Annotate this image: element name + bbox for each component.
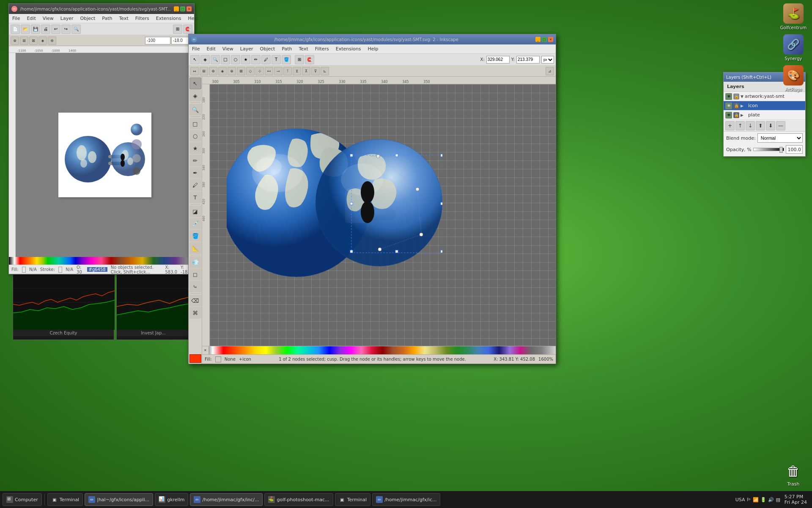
tool-connector[interactable]: ⤷ (189, 281, 201, 293)
menu-layer-back[interactable]: Layer (59, 15, 75, 22)
blend-mode-select[interactable]: Normal Multiply Screen Overlay (757, 133, 803, 143)
taskbar-item-terminal1[interactable]: ▣ Terminal (47, 493, 83, 506)
menu-file-back[interactable]: File (11, 15, 22, 22)
tool-dropper[interactable]: 💉 (189, 218, 201, 229)
layer-eye-plate[interactable]: 👁 (725, 112, 732, 119)
tb-node[interactable]: ◈ (200, 55, 210, 64)
snap-m-6[interactable]: ⊠ (237, 67, 245, 75)
menu-layer-main[interactable]: Layer (239, 45, 255, 52)
inkscape-back-maximize[interactable]: □ (180, 6, 185, 11)
tb-zoom-in-back[interactable]: 🔍 (71, 25, 81, 34)
snap-btn-back-5[interactable]: ⊛ (48, 36, 56, 45)
menu-object-back[interactable]: Object (79, 15, 97, 22)
layer-raise-btn[interactable]: ↑ (735, 121, 745, 130)
unit-select[interactable]: px mm pt (541, 56, 554, 64)
menu-extensions-main[interactable]: Extensions (334, 45, 363, 52)
tb-new-back[interactable]: 📄 (11, 25, 20, 34)
menu-file-main[interactable]: File (190, 45, 201, 52)
menu-help-back[interactable]: Help (186, 15, 200, 22)
tool-lpe[interactable]: ⌘ (189, 307, 201, 319)
snap-btn-back-3[interactable]: ⊠ (29, 36, 38, 45)
tool-spray[interactable]: 💨 (189, 256, 201, 268)
tb-select[interactable]: ↖ (190, 55, 200, 64)
inkscape-main-titlebar[interactable]: ✏ /home/jimmac/gfx/icons/application-ico… (189, 34, 556, 44)
tool-select[interactable]: ↖ (189, 77, 201, 89)
canvas-back[interactable] (16, 53, 194, 257)
tool-node[interactable]: ◈ (189, 90, 201, 102)
x-input[interactable] (486, 56, 510, 64)
tb-pen[interactable]: 🖊 (261, 55, 271, 64)
menu-filters-main[interactable]: Filters (313, 45, 331, 52)
tb-undo-back[interactable]: ↩ (51, 25, 60, 34)
inkscape-main-minimize[interactable]: _ (535, 37, 540, 42)
snap-m-9[interactable]: ⊷ (265, 67, 273, 75)
layer-lock-artwork[interactable]: 🔓 (733, 94, 739, 99)
layer-top-btn[interactable]: ⬆ (756, 121, 765, 130)
layer-delete-btn[interactable]: — (776, 121, 785, 130)
menu-path-back[interactable]: Path (100, 15, 114, 22)
snap-x-back[interactable] (145, 37, 170, 44)
tb-grid-back[interactable]: ⊞ (173, 25, 182, 34)
inkscape-back-titlebar[interactable]: ✏ /home/jimmac/gfx/icons/application-ico… (9, 4, 194, 14)
tb-snap-back[interactable]: 🧲 (183, 25, 192, 34)
tool-3d[interactable]: ◻ (189, 268, 201, 280)
layer-lower-btn[interactable]: ↓ (746, 121, 755, 130)
tool-rect[interactable]: □ (189, 118, 201, 130)
tb-pencil[interactable]: ✏ (251, 55, 261, 64)
tool-eraser[interactable]: ⌫ (189, 295, 201, 306)
menu-help-main[interactable]: Help (366, 45, 380, 52)
snap-btn-back-1[interactable]: ⊕ (11, 36, 19, 45)
tool-zoom[interactable]: 🔍 (189, 104, 201, 116)
tb-redo-back[interactable]: ↪ (61, 25, 71, 34)
taskbar-item-golf[interactable]: ⛳ golf-photoshoot-mac... (264, 493, 333, 506)
tb-grid[interactable]: ⊞ (295, 55, 304, 64)
tool-pencil[interactable]: ✏ (189, 155, 201, 166)
y-input[interactable] (516, 56, 540, 64)
snap-m-4[interactable]: ◈ (218, 67, 227, 75)
tb-star[interactable]: ★ (241, 55, 250, 64)
taskbar-item-computer[interactable]: 🖥 Computer (3, 493, 42, 506)
tool-fill[interactable]: 🪣 (189, 230, 201, 242)
layer-eye-artwork[interactable]: 👁 (725, 93, 732, 100)
menu-text-main[interactable]: Text (297, 45, 310, 52)
snap-m-final[interactable]: ⊿ (546, 67, 554, 75)
inkscape-back-close[interactable]: ✕ (187, 6, 192, 11)
snap-m-11[interactable]: ⊺ (283, 67, 292, 75)
opacity-slider[interactable] (753, 148, 784, 151)
tb-text[interactable]: T (272, 55, 281, 64)
tb-snap[interactable]: 🧲 (305, 55, 314, 64)
menu-object-main[interactable]: Object (258, 45, 277, 52)
color-palette-main[interactable]: ✕ (202, 346, 556, 354)
snap-m-13[interactable]: ⊼ (302, 67, 310, 75)
taskbar-item-gkrellm[interactable]: 📊 gkrellm (155, 493, 188, 506)
tb-rect[interactable]: □ (221, 55, 230, 64)
tool-callig[interactable]: 🖊 (189, 179, 201, 191)
tb-print-back[interactable]: 🖨 (41, 25, 50, 34)
desktop-icon-golfcentrum[interactable]: ⛳ Golfcentrum (776, 2, 810, 32)
layer-bottom-btn[interactable]: ⬇ (766, 121, 775, 130)
menu-edit-main[interactable]: Edit (205, 45, 217, 52)
tool-circle[interactable]: ○ (189, 130, 201, 142)
desktop-icon-synergy[interactable]: 🔗 Synergy (776, 33, 810, 63)
snap-m-8[interactable]: ⊹ (255, 67, 264, 75)
snap-m-5[interactable]: ⊕ (228, 67, 236, 75)
taskbar-item-inkscape1[interactable]: ✏ |hal~/gfx/icons/appli... (85, 493, 153, 506)
tool-star[interactable]: ★ (189, 142, 201, 154)
menu-view-back[interactable]: View (41, 15, 55, 22)
menu-edit-back[interactable]: Edit (25, 15, 37, 22)
tool-pen[interactable]: ✒ (189, 167, 201, 179)
layer-row-plate[interactable]: 👁 🔒 ▶ plate (724, 110, 805, 120)
tb-circle[interactable]: ○ (231, 55, 240, 64)
inkscape-back-minimize[interactable]: _ (174, 6, 179, 11)
desktop-icon-artrage[interactable]: 🎨 ArtRage (776, 64, 810, 94)
menu-filters-back[interactable]: Filters (134, 15, 151, 22)
snap-m-2[interactable]: ⊞ (200, 67, 208, 75)
snap-m-15[interactable]: ⊾ (321, 67, 329, 75)
foreground-color[interactable] (189, 354, 201, 363)
trash-icon[interactable]: 🗑 Trash (783, 461, 804, 487)
tool-text[interactable]: T (189, 191, 201, 203)
snap-m-7[interactable]: ◇ (246, 67, 255, 75)
layer-add-btn[interactable]: + (725, 121, 735, 130)
opacity-handle[interactable] (779, 147, 783, 153)
layer-row-icon[interactable]: 👁 🔒 ▶ icon (724, 101, 805, 110)
